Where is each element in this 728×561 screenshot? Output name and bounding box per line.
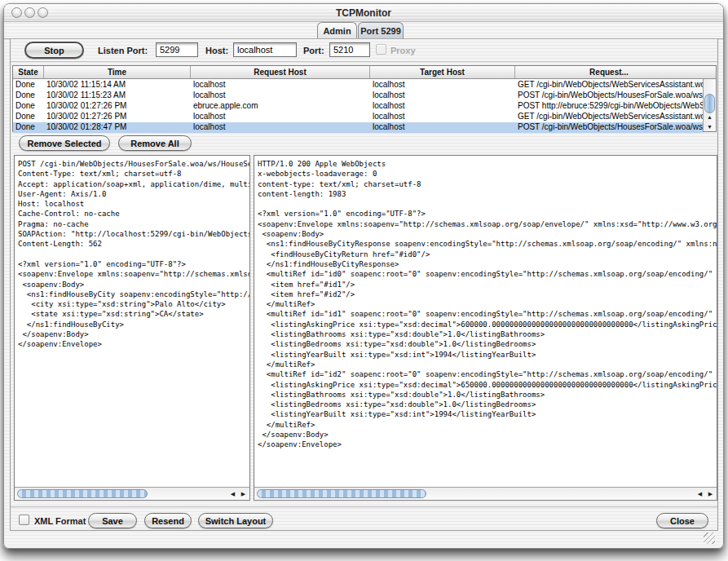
stop-button[interactable]: Stop (24, 42, 84, 59)
close-button[interactable]: Close (656, 513, 708, 528)
cell-request: GET /cgi-bin/WebObjects/WebServicesAssis… (515, 112, 703, 122)
request-table: State Time Request Host Target Host Requ… (12, 65, 717, 132)
cell-target-host: localhost (370, 91, 515, 101)
cell-request: POST http://ebruce:5299/cgi-bin/WebObjec… (515, 101, 703, 112)
switch-layout-button[interactable]: Switch Layout (198, 513, 273, 528)
port-input[interactable]: 5210 (329, 42, 370, 57)
resize-grip-icon[interactable] (704, 532, 715, 544)
listen-port-label: Listen Port: (98, 46, 148, 55)
toolbar-separator (11, 61, 717, 63)
cell-request: POST /cgi-bin/WebObjects/HousesForSale.w… (515, 91, 703, 101)
response-horizontal-scrollbar[interactable]: ◀ ▶ (254, 487, 717, 500)
cell-target-host: localhost (370, 122, 515, 133)
cell-time: 10/30/02 11:15:23 AM (44, 91, 191, 101)
xml-format-checkbox[interactable] (19, 515, 29, 525)
cell-target-host: localhost (370, 101, 515, 112)
cell-request-host: localhost (191, 91, 370, 101)
proxy-checkbox[interactable] (376, 44, 386, 55)
port-label: Port: (303, 46, 324, 55)
cell-request-host: localhost (191, 112, 370, 122)
request-text: POST /cgi-bin/WebObjects/HousesForSale.w… (18, 159, 249, 487)
scrollbar-thumb[interactable] (257, 489, 426, 498)
cell-time: 10/30/02 01:27:26 PM (44, 101, 191, 112)
table-row-selected[interactable]: Done 10/30/02 01:28:47 PM localhost loca… (13, 122, 703, 133)
table-header: State Time Request Host Target Host Requ… (13, 66, 716, 79)
col-request[interactable]: Request... (515, 66, 703, 78)
remove-all-button[interactable]: Remove All (118, 135, 192, 151)
cell-request: GET /cgi-bin/WebObjects/WebServicesAssis… (515, 80, 703, 91)
xml-format-label: XML Format (34, 516, 86, 526)
remove-selected-button[interactable]: Remove Selected (19, 135, 110, 151)
cell-time: 10/30/02 01:27:26 PM (44, 112, 191, 122)
cell-state: Done (13, 112, 44, 122)
table-row[interactable]: Done 10/30/02 11:15:23 AM localhost loca… (13, 91, 703, 101)
window-title: TCPMonitor (4, 7, 723, 19)
host-input[interactable]: localhost (233, 42, 297, 57)
host-label: Host: (205, 46, 228, 55)
proxy-label: Proxy (390, 46, 416, 55)
table-row[interactable]: Done 10/30/02 01:27:26 PM ebruce.apple.c… (13, 101, 703, 112)
tab-port-5299[interactable]: Port 5299 (358, 22, 404, 39)
request-text-pane[interactable]: POST /cgi-bin/WebObjects/HousesForSale.w… (14, 155, 250, 501)
col-state[interactable]: State (13, 66, 44, 78)
cell-state: Done (13, 91, 44, 101)
listen-port-input[interactable]: 5299 (156, 42, 198, 57)
cell-request-host: localhost (191, 80, 370, 91)
scroll-down-icon[interactable]: ▼ (704, 121, 716, 131)
cell-target-host: localhost (370, 112, 515, 122)
col-target-host[interactable]: Target Host (370, 66, 515, 78)
scroll-up-icon[interactable]: ▲ (704, 112, 716, 121)
cell-request-host: ebruce.apple.com (191, 101, 370, 112)
col-time[interactable]: Time (44, 66, 191, 78)
tcpmonitor-window: TCPMonitor Admin Port 5299 Stop Listen P… (3, 3, 724, 549)
response-text: HTTP/1.0 200 Apple WebObjects x-webobjec… (258, 159, 717, 487)
scrollbar-thumb[interactable] (17, 489, 148, 498)
resend-button[interactable]: Resend (144, 513, 192, 528)
footer-separator (11, 506, 717, 508)
cell-request: POST /cgi-bin/WebObjects/HousesForSale.w… (515, 122, 703, 133)
cell-time: 10/30/02 11:15:14 AM (44, 80, 191, 91)
scroll-right-icon[interactable]: ▶ (238, 489, 249, 499)
request-horizontal-scrollbar[interactable]: ◀ ▶ (15, 487, 249, 500)
cell-request-host: localhost (191, 122, 370, 133)
cell-state: Done (13, 101, 44, 112)
cell-state: Done (13, 122, 44, 133)
table-row[interactable]: Done 10/30/02 11:15:14 AM localhost loca… (13, 80, 703, 91)
tab-admin[interactable]: Admin (317, 22, 357, 39)
scroll-left-icon[interactable]: ◀ (227, 489, 238, 499)
cell-state: Done (13, 80, 44, 91)
scroll-left-icon[interactable]: ◀ (695, 489, 705, 499)
cell-time: 10/30/02 01:28:47 PM (44, 122, 191, 133)
save-button[interactable]: Save (88, 513, 137, 528)
table-row[interactable]: Done 10/30/02 01:27:26 PM localhost loca… (13, 112, 703, 122)
table-vertical-scrollbar[interactable]: ▲ ▼ (703, 79, 716, 131)
cell-target-host: localhost (370, 80, 515, 91)
title-bar[interactable]: TCPMonitor (4, 4, 723, 22)
response-text-pane[interactable]: HTTP/1.0 200 Apple WebObjects x-webobjec… (254, 155, 717, 501)
scrollbar-thumb[interactable] (704, 94, 715, 113)
scroll-right-icon[interactable]: ▶ (705, 489, 716, 499)
col-request-host[interactable]: Request Host (191, 66, 370, 78)
